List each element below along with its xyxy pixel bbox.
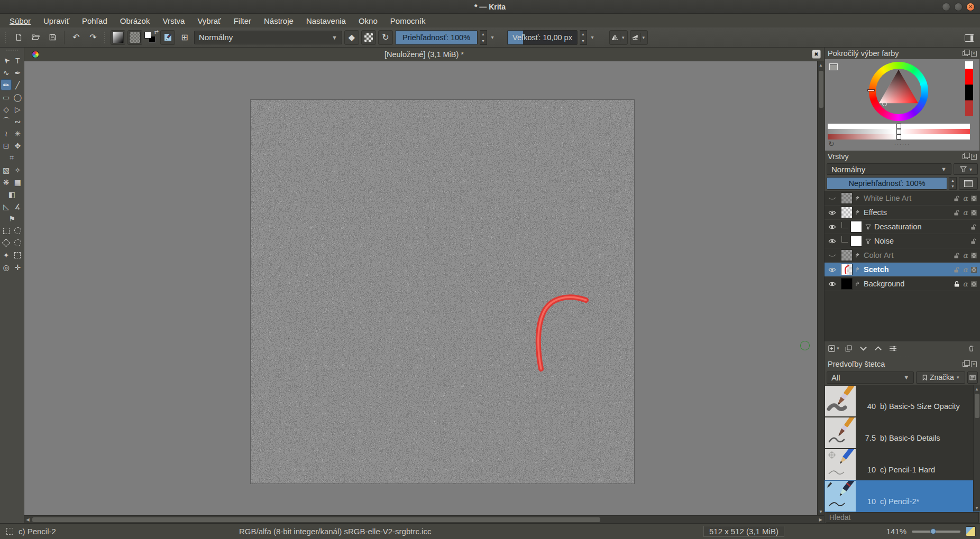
layer-row[interactable]: Effectsα bbox=[825, 206, 980, 220]
assistants-tool[interactable]: ◺ bbox=[1, 201, 12, 212]
magic-select-tool[interactable]: ✦ bbox=[1, 249, 12, 261]
layer-row[interactable]: Backgroundα bbox=[825, 277, 980, 291]
horizontal-scrollbar[interactable]: ◀ ▶ bbox=[24, 515, 824, 523]
zoom-tool[interactable]: ◎ bbox=[1, 262, 12, 273]
swap-colors-icon[interactable]: ⇄ bbox=[154, 29, 159, 35]
mirror-horizontal-button[interactable]: ▾ bbox=[609, 30, 628, 45]
document-size-badge[interactable]: 512 x 512 (3,1 MiB) bbox=[703, 526, 784, 537]
swatch-crimson[interactable] bbox=[965, 100, 973, 116]
color-sampler-tool[interactable]: ✧ bbox=[12, 164, 23, 175]
swatch-white[interactable] bbox=[965, 61, 973, 69]
docker-resize-handle[interactable]: ······ bbox=[825, 354, 980, 359]
vertical-scrollbar[interactable]: ▲ ▼ bbox=[817, 61, 824, 515]
chevron-down-icon[interactable]: ▾ bbox=[620, 33, 626, 42]
preset-scroll-thumb[interactable] bbox=[975, 394, 979, 418]
layer-style-icon[interactable] bbox=[854, 266, 862, 273]
opacity-slider[interactable]: Priehľadnosť: 100% bbox=[395, 30, 478, 45]
redo-button[interactable]: ↷ bbox=[86, 30, 100, 45]
document-close-button[interactable]: ✖ bbox=[812, 50, 821, 59]
crop-tool[interactable]: ⌗ bbox=[6, 152, 17, 163]
measure-tool[interactable]: ∡ bbox=[12, 201, 23, 212]
layer-visibility-toggle[interactable] bbox=[825, 224, 839, 230]
close-docker-icon[interactable]: × bbox=[971, 51, 977, 57]
opacity-options-caret[interactable]: ▾ bbox=[489, 34, 496, 40]
scroll-right-icon[interactable]: ▶ bbox=[817, 516, 824, 523]
layer-visibility-toggle[interactable] bbox=[825, 209, 839, 216]
layer-thumbnail[interactable] bbox=[841, 249, 853, 261]
foreground-background-colors[interactable]: ⇄ bbox=[144, 31, 158, 44]
pan-tool[interactable]: ✛ bbox=[12, 262, 23, 273]
vertical-scroll-thumb[interactable] bbox=[819, 71, 823, 108]
reference-images-tool[interactable]: ⚑ bbox=[6, 213, 17, 224]
layer-lock-icon[interactable] bbox=[954, 209, 960, 216]
scroll-down-icon[interactable]: ▼ bbox=[818, 508, 825, 515]
layer-lock-icon[interactable] bbox=[954, 195, 960, 202]
gradient-tool[interactable]: ▧ bbox=[1, 164, 12, 175]
size-spinner[interactable]: ▲▼ bbox=[580, 30, 587, 45]
close-docker-icon[interactable]: × bbox=[971, 154, 977, 160]
alpha-lock-icon[interactable]: α bbox=[963, 265, 968, 274]
menu-item-upraviť[interactable]: Upraviť bbox=[37, 15, 76, 26]
dynamic-brush-tool[interactable]: ≀ bbox=[1, 128, 12, 139]
selector-settings-icon[interactable] bbox=[829, 63, 838, 70]
ellipse-tool[interactable]: ◯ bbox=[12, 91, 23, 103]
shade-strip-1[interactable] bbox=[828, 124, 970, 129]
alpha-lock-icon[interactable]: α bbox=[963, 208, 968, 217]
shade-strip-3[interactable] bbox=[828, 134, 970, 140]
new-document-button[interactable] bbox=[11, 30, 26, 45]
float-docker-icon[interactable] bbox=[963, 154, 968, 159]
menu-item-súbor[interactable]: Súbor bbox=[3, 15, 37, 26]
add-layer-button[interactable]: ▾ bbox=[828, 343, 839, 354]
layer-thumbnail[interactable] bbox=[841, 192, 853, 204]
layer-style-icon[interactable] bbox=[854, 252, 862, 259]
mirror-vertical-button[interactable]: ▾ bbox=[630, 30, 648, 45]
swatch-red[interactable] bbox=[965, 69, 973, 85]
layer-thumbnail[interactable] bbox=[850, 235, 862, 247]
brush-preset-button[interactable] bbox=[160, 30, 175, 45]
tag-button[interactable]: Značka ▾ bbox=[916, 371, 965, 384]
opacity-spinner[interactable]: ▲▼ bbox=[480, 30, 487, 45]
layer-thumbnail[interactable] bbox=[841, 207, 853, 218]
ellipse-select-tool[interactable] bbox=[12, 225, 23, 236]
menu-item-filter[interactable]: Filter bbox=[227, 15, 258, 26]
toolbox-grip[interactable] bbox=[6, 50, 18, 52]
duplicate-layer-button[interactable] bbox=[842, 343, 854, 354]
layer-thumbnail[interactable] bbox=[850, 221, 862, 233]
brush-preset-row[interactable]: 40b) Basic-5 Size Opacity bbox=[825, 385, 980, 417]
layer-lock-icon[interactable] bbox=[970, 224, 977, 230]
layer-row[interactable]: Color Artα bbox=[825, 248, 980, 263]
preserve-alpha-button[interactable] bbox=[361, 30, 376, 45]
menu-item-pomocník[interactable]: Pomocník bbox=[384, 15, 432, 26]
shade-strip-2[interactable] bbox=[828, 129, 970, 134]
brush-size-slider[interactable]: Veľkosť: 10,00 px bbox=[507, 30, 578, 45]
workspace-chooser-button[interactable] bbox=[962, 31, 977, 45]
layer-style-icon[interactable] bbox=[854, 195, 862, 202]
layer-lock-icon[interactable] bbox=[954, 281, 960, 287]
layer-lock-icon[interactable] bbox=[970, 238, 977, 245]
preset-scrollbar[interactable]: ▲ ▼ bbox=[973, 385, 980, 512]
float-docker-icon[interactable] bbox=[963, 362, 968, 367]
foreground-color-swatch[interactable] bbox=[144, 32, 151, 39]
selection-mode-icon[interactable] bbox=[6, 528, 13, 535]
calligraphy-tool[interactable]: ✒ bbox=[12, 67, 23, 78]
zoom-slider[interactable] bbox=[912, 531, 960, 533]
zoom-slider-handle[interactable] bbox=[930, 528, 936, 534]
inherit-alpha-icon[interactable] bbox=[971, 196, 977, 201]
menu-item-vybrať[interactable]: Vybrať bbox=[191, 15, 227, 26]
layer-visibility-toggle[interactable] bbox=[825, 266, 839, 273]
alpha-lock-icon[interactable]: α bbox=[963, 194, 968, 202]
layer-view-options-button[interactable] bbox=[959, 177, 978, 190]
layer-properties-button[interactable] bbox=[887, 343, 899, 354]
layer-blending-mode-select[interactable]: Normálny ▼ bbox=[827, 163, 951, 175]
polygon-tool[interactable]: ◇ bbox=[1, 104, 12, 115]
close-button[interactable]: ✕ bbox=[966, 3, 975, 11]
inherit-alpha-icon[interactable] bbox=[971, 210, 977, 216]
freehand-select-tool[interactable] bbox=[12, 237, 23, 248]
layer-style-icon[interactable] bbox=[854, 281, 862, 287]
scroll-down-icon[interactable]: ▼ bbox=[974, 504, 980, 512]
freehand-path-tool[interactable]: ∾ bbox=[12, 116, 23, 127]
scroll-left-icon[interactable]: ◀ bbox=[24, 516, 31, 523]
open-document-button[interactable] bbox=[28, 30, 43, 45]
docker-resize-handle[interactable]: ······ bbox=[828, 142, 976, 147]
layer-row[interactable]: White Line Artα bbox=[825, 191, 980, 206]
